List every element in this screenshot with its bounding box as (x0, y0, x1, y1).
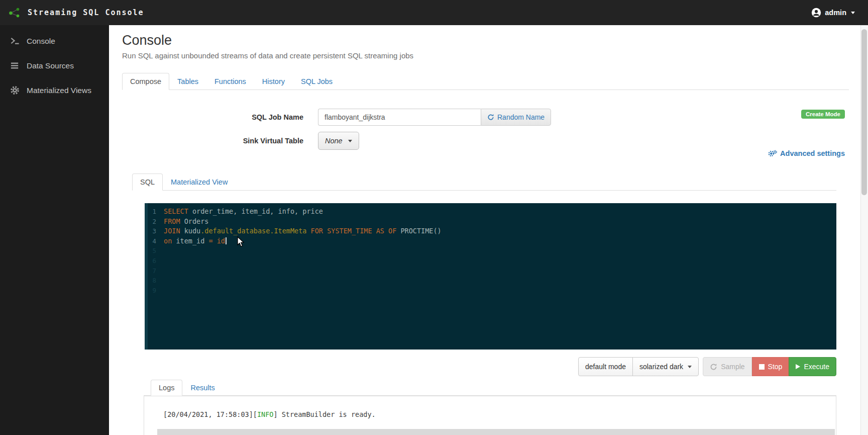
tab-tables[interactable]: Tables (169, 73, 206, 90)
tab-history[interactable]: History (254, 73, 293, 90)
log-timestamp: [20/04/2021, 17:58:03][ (163, 410, 257, 418)
terminal-icon (10, 36, 20, 46)
line-number: 5 (148, 246, 161, 256)
user-avatar-icon (811, 8, 821, 18)
code-line: 9 (148, 286, 836, 296)
line-number: 4 (148, 236, 161, 246)
random-name-label: Random Name (497, 113, 545, 121)
page-title: Console (122, 32, 172, 48)
tab-sql-jobs[interactable]: SQL Jobs (293, 73, 341, 90)
sample-label: Sample (721, 363, 744, 371)
line-number: 9 (148, 286, 161, 296)
code-line: 5 (148, 246, 836, 256)
sidebar-item-materialized-views[interactable]: Materialized Views (0, 78, 109, 103)
stop-label: Stop (768, 363, 783, 371)
scrollbar-thumb[interactable] (861, 29, 867, 195)
app-title: Streaming SQL Console (28, 8, 144, 17)
advanced-settings-label: Advanced settings (780, 149, 845, 157)
code-text: on item_id = id (161, 236, 227, 246)
line-number: 3 (148, 226, 161, 236)
text-cursor (226, 237, 227, 244)
user-name: admin (825, 9, 846, 17)
line-number: 8 (148, 276, 161, 286)
chevron-down-icon (348, 140, 352, 142)
line-number: 6 (148, 256, 161, 266)
log-panel: [20/04/2021, 17:58:03][INFO] StreamBuild… (144, 396, 836, 435)
random-name-button[interactable]: Random Name (481, 109, 551, 126)
code-line: 6 (148, 256, 836, 266)
code-text (161, 266, 164, 276)
tab-materialized-view[interactable]: Materialized View (163, 173, 236, 191)
line-number: 7 (148, 266, 161, 276)
list-icon (10, 61, 20, 70)
play-icon (796, 364, 800, 369)
window-scrollbar[interactable] (860, 25, 868, 435)
gear-icon (10, 85, 20, 95)
sink-table-label: Sink Virtual Table (122, 132, 303, 150)
cogs-icon (768, 150, 777, 157)
code-text: JOIN kudu.default_database.ItemMeta FOR … (161, 226, 442, 236)
log-level: INFO (257, 410, 274, 418)
theme-label: solarized dark (639, 363, 683, 371)
editor-controls: default mode solarized dark Sample Stop (578, 357, 836, 376)
line-number: 1 (148, 207, 161, 217)
user-menu[interactable]: admin (811, 8, 855, 18)
tab-compose[interactable]: Compose (122, 73, 169, 90)
code-text (161, 256, 164, 266)
code-line: 1SELECT order_time, item_id, info, price (148, 207, 836, 217)
sidebar: Console Data Sources Materialized Views (0, 25, 109, 435)
log-horizontal-scrollbar[interactable] (157, 429, 835, 435)
sink-table-select[interactable]: None (318, 132, 359, 150)
editor-tabs: SQL Materialized View (132, 174, 836, 191)
code-text (161, 246, 164, 256)
sample-refresh-icon (710, 363, 717, 371)
code-text (161, 286, 164, 296)
mouse-cursor (236, 236, 245, 247)
refresh-icon (487, 114, 494, 121)
sidebar-item-label: Materialized Views (27, 86, 91, 95)
editor-settings-group: default mode solarized dark (578, 357, 699, 376)
line-number: 2 (148, 217, 161, 227)
log-message: ] StreamBuilder is ready. (273, 410, 375, 418)
create-mode-badge: Create Mode (801, 110, 845, 119)
chevron-down-icon (851, 12, 855, 14)
sidebar-item-label: Data Sources (27, 61, 74, 70)
main-content: Console Run SQL against unbounded stream… (109, 25, 868, 435)
execution-group: Sample Stop Execute (703, 357, 836, 376)
page-subtitle: Run SQL against unbounded streams of dat… (122, 51, 413, 60)
output-tabs: Logs Results (144, 379, 836, 396)
code-text: FROM Orders (161, 217, 208, 227)
code-line: 8 (148, 276, 836, 286)
tab-results[interactable]: Results (182, 380, 223, 396)
code-line: 7 (148, 266, 836, 276)
tab-logs[interactable]: Logs (151, 380, 182, 396)
job-name-input-group: Random Name (318, 109, 551, 126)
default-mode-label: default mode (585, 363, 626, 371)
app-logo-icon (8, 6, 21, 19)
code-lines: 1SELECT order_time, item_id, info, price… (148, 207, 836, 295)
sidebar-item-data-sources[interactable]: Data Sources (0, 53, 109, 78)
code-line: 2FROM Orders (148, 217, 836, 227)
sink-table-value: None (325, 137, 343, 145)
main-tabs: Compose Tables Functions History SQL Job… (122, 72, 849, 90)
stop-button[interactable]: Stop (752, 357, 790, 376)
execute-button[interactable]: Execute (789, 357, 836, 376)
tab-sql[interactable]: SQL (132, 173, 163, 191)
code-text (161, 276, 164, 286)
default-mode-button[interactable]: default mode (578, 357, 633, 376)
sidebar-item-console[interactable]: Console (0, 25, 109, 53)
job-name-label: SQL Job Name (122, 109, 303, 126)
sql-code-editor[interactable]: 1SELECT order_time, item_id, info, price… (145, 203, 836, 350)
sidebar-item-label: Console (27, 37, 55, 46)
stop-icon (759, 364, 765, 370)
execute-label: Execute (804, 363, 829, 371)
theme-select[interactable]: solarized dark (632, 357, 699, 376)
chevron-down-icon (688, 366, 692, 368)
topbar: Streaming SQL Console admin (0, 0, 868, 25)
tab-functions[interactable]: Functions (206, 73, 254, 90)
advanced-settings-link[interactable]: Advanced settings (768, 149, 845, 157)
sample-button[interactable]: Sample (703, 357, 751, 376)
code-text: SELECT order_time, item_id, info, price (161, 207, 323, 217)
log-line: [20/04/2021, 17:58:03][INFO] StreamBuild… (144, 396, 836, 418)
job-name-input[interactable] (318, 109, 481, 126)
